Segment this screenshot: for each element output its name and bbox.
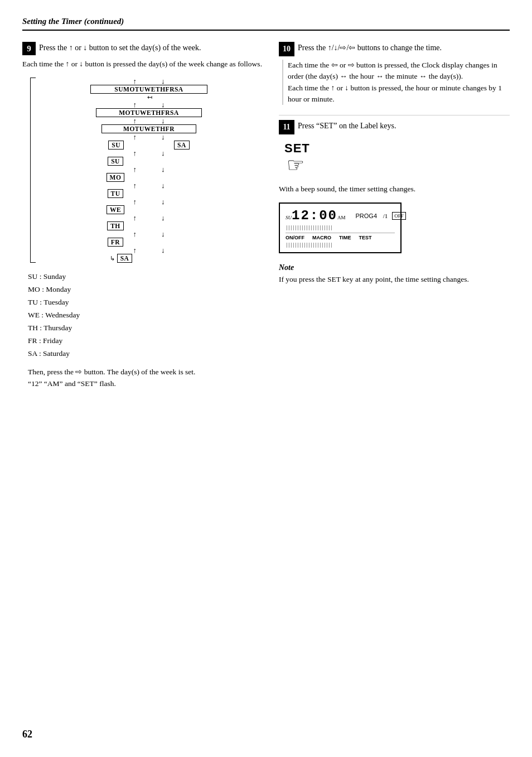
legend-tu: TU : Tuesday xyxy=(28,296,262,309)
arrows-row-2: ↑ ↓ xyxy=(133,101,165,108)
down-arrow-3: ↓ xyxy=(161,117,165,124)
down-arrow-5: ↓ xyxy=(161,150,165,157)
day-row-3: ↑ ↓ MOTUWETHFR xyxy=(38,117,260,133)
down-arrow-7: ↓ xyxy=(161,182,165,189)
up-arrow-icon: ↑ xyxy=(133,78,137,85)
legend-fr: FR : Friday xyxy=(28,335,262,348)
day-box-su: SU xyxy=(108,157,123,166)
step10-number: 10 xyxy=(279,42,294,56)
note-title: Note xyxy=(279,263,510,272)
day-row-2: ↑ ↓ MOTUWETHFRSA xyxy=(38,101,260,117)
btn-on-off: ON/OFF xyxy=(286,235,304,240)
btn-macro: MACRO xyxy=(312,235,331,240)
legend-mo: MO : Monday xyxy=(28,283,262,296)
day-box-motuwethfr: MOTUWETHFR xyxy=(101,124,196,133)
right-bracket-arrow: ↤ xyxy=(147,94,152,101)
note-text: If you press the SET key at any point, t… xyxy=(279,274,510,285)
day-row-5: ↑ ↓ SU xyxy=(38,150,260,166)
step11-title: Press “SET” on the Label keys. xyxy=(298,120,396,132)
down-arrow-icon: ↓ xyxy=(161,78,165,85)
tick-marks-bottom: ∣∣∣∣∣∣∣∣∣∣∣∣∣∣∣∣∣∣∣∣∣ xyxy=(286,242,395,248)
legend-th: TH : Thursday xyxy=(28,322,262,335)
set-key-image: SET ☞ xyxy=(284,141,329,177)
day-box-sumotuwethfrsa: SUMOTUWETHFRSA xyxy=(90,85,207,94)
up-arrow-7: ↑ xyxy=(133,182,137,189)
step10-detail1: Each time the ⇦ or ⇨ button is pressed, … xyxy=(282,60,510,105)
then-text: Then, press the ⇨ button. The day(s) of … xyxy=(28,366,262,390)
display-prog: PROG4 xyxy=(356,213,378,219)
legend-su: SU : Sunday xyxy=(28,271,262,283)
day-box-tu: TU xyxy=(108,189,124,198)
step10-title: Press the ↑/↓/⇨/⇦ buttons to change the … xyxy=(298,42,442,54)
display-top: SU 12:00 AM PROG4 /1 OFF xyxy=(286,208,395,223)
hand-icon: ☞ xyxy=(287,153,329,177)
step9-block: 9 Press the ↑ or ↓ button to set the day… xyxy=(22,42,262,390)
tick-text-bottom: ∣∣∣∣∣∣∣∣∣∣∣∣∣∣∣∣∣∣∣∣∣ xyxy=(286,242,332,248)
step9-header: 9 Press the ↑ or ↓ button to set the day… xyxy=(22,42,262,55)
display-time-group: SU 12:00 AM xyxy=(286,208,346,223)
display-bottom: ON/OFF MACRO TIME TEST xyxy=(286,233,395,240)
day-box-mo: MO xyxy=(107,173,125,182)
display-su-label: SU xyxy=(286,215,292,220)
legend-sa: SA : Saturday xyxy=(28,348,262,360)
down-arrow-8: ↓ xyxy=(161,198,165,205)
day-box-motuwethfrsa: MOTUWETHFRSA xyxy=(96,108,202,117)
up-arrow-5: ↑ xyxy=(133,150,137,157)
note-section: Note If you press the SET key at any poi… xyxy=(279,263,510,285)
day-row-6: ↑ ↓ MO xyxy=(38,166,260,182)
day-row-4: ↑ ↓ SU SA xyxy=(38,133,260,150)
step10-header: 10 Press the ↑/↓/⇨/⇦ buttons to change t… xyxy=(279,42,510,56)
display-time: 12:00 xyxy=(292,208,337,223)
day-row-1: ↑ ↓ SUMOTUWETHFRSA ↤ xyxy=(38,78,260,101)
up-arrow-9: ↑ xyxy=(133,214,137,221)
divider xyxy=(279,115,510,115)
up-arrow-3: ↑ xyxy=(133,117,137,124)
day-row-11: ↑ ↓ ↳ SA xyxy=(38,247,260,263)
up-arrow-4: ↑ xyxy=(133,133,137,141)
right-column: 10 Press the ↑/↓/⇨/⇦ buttons to change t… xyxy=(279,42,510,401)
display-off-box: OFF xyxy=(392,212,406,220)
step11-beep-text: With a beep sound, the timer setting cha… xyxy=(279,184,510,195)
header-title: Setting the Timer (continued) xyxy=(22,17,124,26)
down-arrow-10: ↓ xyxy=(161,230,165,238)
step11-header: 11 Press “SET” on the Label keys. xyxy=(279,120,510,134)
down-arrow-6: ↓ xyxy=(161,166,165,173)
day-box-sa-last: SA xyxy=(117,254,133,263)
tick-marks: ∣∣∣∣∣∣∣∣∣∣∣∣∣∣∣∣∣∣∣∣∣ xyxy=(286,225,395,230)
down-arrow-9: ↓ xyxy=(161,214,165,221)
up-arrow-6: ↑ xyxy=(133,166,137,173)
tick-text: ∣∣∣∣∣∣∣∣∣∣∣∣∣∣∣∣∣∣∣∣∣ xyxy=(286,225,332,230)
day-box-sa-right: SA xyxy=(174,141,190,150)
day-row-8: ↑ ↓ WE xyxy=(38,198,260,214)
su-sa-row: SU SA xyxy=(108,141,189,150)
step9-detail: Each time the ↑ or ↓ button is pressed t… xyxy=(22,59,262,70)
display-box: SU 12:00 AM PROG4 /1 OFF ∣∣∣∣∣∣∣∣∣∣∣∣∣∣∣… xyxy=(279,202,402,253)
arrows-row-3: ↑ ↓ xyxy=(133,117,165,124)
content-columns: 9 Press the ↑ or ↓ button to set the day… xyxy=(22,42,510,401)
step9-title: Press the ↑ or ↓ button to set the day(s… xyxy=(39,42,201,54)
legend-we: WE : Wednesday xyxy=(28,309,262,322)
sa-wrap-row: ↳ SA xyxy=(110,254,188,263)
day-row-9: ↑ ↓ TH xyxy=(38,214,260,230)
down-arrow-4: ↓ xyxy=(161,133,165,141)
weekday-diagram: ↑ ↓ SUMOTUWETHFRSA ↤ ↑ ↓ xyxy=(30,78,260,263)
day-box-we: WE xyxy=(107,205,124,214)
page: Setting the Timer (continued) 9 Press th… xyxy=(0,0,532,757)
up-arrow-10: ↑ xyxy=(133,230,137,238)
day-box-fr: FR xyxy=(108,238,123,247)
btn-time: TIME xyxy=(339,235,351,240)
up-arrow-2: ↑ xyxy=(133,101,137,108)
page-header: Setting the Timer (continued) xyxy=(22,17,510,31)
left-column: 9 Press the ↑ or ↓ button to set the day… xyxy=(22,42,262,401)
up-arrow-8: ↑ xyxy=(133,198,137,205)
page-number: 62 xyxy=(22,729,32,740)
step11-number: 11 xyxy=(279,120,294,134)
btn-test: TEST xyxy=(359,235,372,240)
down-arrow-2: ↓ xyxy=(161,101,165,108)
down-arrow-11: ↓ xyxy=(161,247,165,254)
legend: SU : Sunday MO : Monday TU : Tuesday WE … xyxy=(28,271,262,360)
step11-block: 11 Press “SET” on the Label keys. SET ☞ … xyxy=(279,120,510,253)
up-arrow-11: ↑ xyxy=(133,247,137,254)
step10-block: 10 Press the ↑/↓/⇨/⇦ buttons to change t… xyxy=(279,42,510,105)
day-row-10: ↑ ↓ FR xyxy=(38,230,260,247)
